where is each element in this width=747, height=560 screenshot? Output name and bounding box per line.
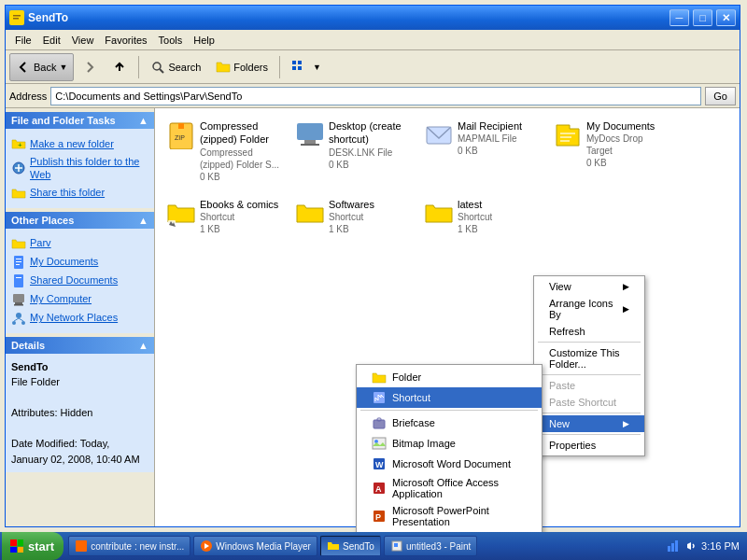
- addressbar: Address Go: [6, 84, 740, 108]
- go-button[interactable]: Go: [705, 87, 736, 105]
- svg-point-21: [12, 321, 16, 325]
- file-grid: ZIP Compressed (zipped) Folder Compresse…: [162, 116, 732, 239]
- details-header[interactable]: Details ▲: [6, 337, 154, 354]
- svg-rect-30: [301, 144, 319, 146]
- file-item[interactable]: Desktop (create shortcut) DESK.LNK File …: [291, 116, 413, 187]
- ctx-new-folder[interactable]: Folder: [357, 367, 542, 387]
- svg-point-20: [16, 313, 21, 318]
- folders-button[interactable]: Folders: [209, 53, 275, 81]
- menu-favorites[interactable]: Favorites: [99, 33, 152, 48]
- svg-rect-64: [668, 546, 670, 552]
- close-button[interactable]: ✕: [716, 9, 736, 26]
- bitmap-icon-small: [372, 436, 387, 451]
- file-tasks-header[interactable]: File and Folder Tasks ▲: [6, 112, 154, 129]
- search-button[interactable]: Search: [144, 53, 207, 81]
- svg-rect-19: [14, 304, 23, 306]
- views-button[interactable]: ▼: [285, 53, 328, 81]
- ctx-new[interactable]: New ▶: [534, 415, 644, 432]
- menu-tools[interactable]: Tools: [153, 33, 189, 48]
- taskbar-item-sendto[interactable]: SendTo: [320, 536, 381, 556]
- file-info: Compressed (zipped) Folder Compressed (z…: [200, 119, 280, 183]
- shared-documents-link[interactable]: Shared Documents: [11, 272, 148, 290]
- ctx-new-separator-1: [360, 410, 538, 411]
- menu-edit[interactable]: Edit: [37, 33, 66, 48]
- context-menu-new: Folder Shortcut Briefcase Bitmap Image W…: [356, 364, 543, 560]
- forward-button[interactable]: [76, 53, 104, 81]
- ctx-new-shortcut[interactable]: Shortcut: [357, 387, 542, 408]
- paint-icon: [390, 539, 403, 553]
- my-computer-link[interactable]: My Computer: [11, 290, 148, 309]
- ctx-new-bitmap[interactable]: Bitmap Image: [357, 433, 542, 454]
- address-label: Address: [9, 91, 47, 102]
- svg-line-23: [14, 318, 19, 321]
- menu-view[interactable]: View: [66, 33, 100, 48]
- other-places-content: Parv My Documents Shared Documents: [6, 229, 154, 333]
- other-places-header[interactable]: Other Places ▲: [6, 212, 154, 229]
- taskbar-items: contribute : new instr... Windows Media …: [68, 536, 658, 556]
- ctx-new-briefcase[interactable]: Briefcase: [357, 413, 542, 433]
- my-network-places-link[interactable]: My Network Places: [11, 309, 148, 328]
- contribute-icon: [75, 539, 88, 553]
- ctx-properties[interactable]: Properties: [534, 437, 644, 454]
- wmp-icon: [200, 539, 213, 553]
- make-folder-link[interactable]: + Make a new folder: [11, 134, 148, 153]
- make-folder-icon: +: [11, 136, 26, 151]
- file-item[interactable]: My Documents MyDocs Drop Target 0 KB: [549, 116, 670, 187]
- file-info: Desktop (create shortcut) DESK.LNK File …: [329, 119, 409, 171]
- minimize-button[interactable]: ─: [669, 9, 689, 26]
- file-tasks-content: + Make a new folder Publish this folder …: [6, 129, 154, 208]
- file-item[interactable]: latest Shortcut 1 KB: [420, 194, 542, 239]
- svg-rect-58: [18, 547, 23, 553]
- menu-help[interactable]: Help: [188, 33, 220, 48]
- svg-rect-16: [16, 277, 21, 278]
- taskbar-item-paint[interactable]: untitled3 - Paint: [384, 536, 478, 556]
- mail-icon: [424, 119, 454, 149]
- share-folder-link[interactable]: Share this folder: [11, 184, 148, 203]
- ctx-new-access[interactable]: A Microsoft Office Access Application: [357, 474, 542, 502]
- file-item[interactable]: Mail Recipient MAPMAIL File 0 KB: [420, 116, 542, 187]
- taskbar-item-wmp[interactable]: Windows Media Player: [193, 536, 317, 556]
- maximize-button[interactable]: □: [693, 9, 712, 26]
- svg-rect-7: [292, 66, 296, 70]
- svg-rect-2: [13, 18, 19, 20]
- clock: 3:16 PM: [701, 540, 740, 552]
- ctx-separator-4: [538, 434, 641, 435]
- ctx-customize[interactable]: Customize This Folder...: [534, 344, 644, 372]
- ctx-paste-shortcut[interactable]: Paste Shortcut: [534, 394, 644, 411]
- ctx-view[interactable]: View ▶: [534, 278, 644, 295]
- ctx-refresh[interactable]: Refresh: [534, 323, 644, 340]
- taskbar-item-contribute[interactable]: contribute : new instr...: [68, 536, 190, 556]
- file-item[interactable]: Ebooks & comics Shortcut 1 KB: [162, 194, 284, 239]
- up-button[interactable]: [106, 53, 134, 81]
- parv-link[interactable]: Parv: [11, 234, 148, 253]
- my-documents-icon: [11, 255, 26, 270]
- address-input[interactable]: [50, 87, 701, 105]
- ctx-new-word[interactable]: W Microsoft Word Document: [357, 454, 542, 474]
- menu-file[interactable]: File: [9, 33, 37, 48]
- ctx-new-ppt[interactable]: P Microsoft PowerPoint Presentation: [357, 502, 542, 530]
- file-item[interactable]: ZIP Compressed (zipped) Folder Compresse…: [162, 116, 284, 187]
- svg-rect-39: [373, 438, 386, 449]
- publish-folder-link[interactable]: Publish this folder to the Web: [11, 153, 148, 184]
- svg-rect-33: [560, 136, 571, 138]
- systray: 3:16 PM: [658, 539, 747, 553]
- file-item[interactable]: Softwares Shortcut 1 KB: [291, 194, 413, 239]
- svg-text:ZIP: ZIP: [175, 134, 185, 141]
- start-button[interactable]: start: [2, 532, 63, 560]
- svg-rect-34: [560, 140, 570, 142]
- svg-text:W: W: [375, 460, 384, 469]
- collapse-icon-3: ▲: [138, 340, 148, 351]
- folder-shortcut-icon-2: [295, 198, 325, 228]
- back-button[interactable]: Back ▼: [9, 53, 74, 81]
- shortcut-icon-small: [372, 390, 387, 405]
- svg-text:A: A: [375, 484, 382, 494]
- my-documents-link[interactable]: My Documents: [11, 253, 148, 272]
- svg-text:+: +: [18, 141, 22, 149]
- svg-rect-5: [292, 61, 296, 64]
- ctx-paste[interactable]: Paste: [534, 377, 644, 394]
- ctx-arrange[interactable]: Arrange Icons By ▶: [534, 295, 644, 323]
- folder-shortcut-icon-3: [424, 198, 454, 228]
- svg-rect-15: [14, 274, 23, 287]
- collapse-icon-2: ▲: [138, 215, 148, 226]
- svg-rect-56: [18, 539, 23, 546]
